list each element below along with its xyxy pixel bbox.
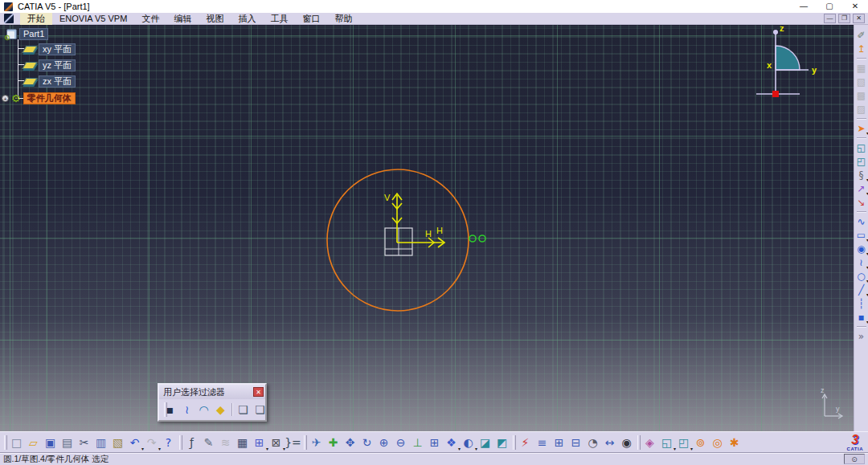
toolbar-grip[interactable]	[510, 434, 517, 451]
measure-icon[interactable]: ↔	[601, 434, 618, 451]
insert-body-icon[interactable]: ▦	[854, 61, 868, 75]
maximize-button[interactable]: ▢	[817, 0, 842, 13]
menu-item-help[interactable]: 帮助	[327, 13, 359, 25]
minimize-button[interactable]: —	[791, 0, 817, 13]
point-filter-icon[interactable]: ▪	[162, 402, 178, 418]
part-document-icon[interactable]	[6, 29, 17, 39]
feature-selection-filter-icon[interactable]: ❏	[235, 402, 252, 418]
origin-square[interactable]	[385, 228, 412, 255]
yz-plane-icon[interactable]	[22, 62, 37, 69]
sketcher-workbench-icon[interactable]: ✐	[854, 28, 868, 42]
zx-plane-icon[interactable]	[22, 78, 37, 85]
sketch-analysis-icon[interactable]: ◰▾	[675, 434, 692, 451]
shading-style-icon[interactable]: ◐▾	[460, 434, 477, 451]
cut-icon[interactable]: ✂	[76, 434, 92, 451]
toolbar-grip[interactable]	[301, 434, 308, 451]
close-surface-icon[interactable]: ▨	[854, 102, 868, 116]
equivalent-dimensions-icon[interactable]: }=	[285, 434, 301, 451]
toolbar-grip[interactable]	[177, 434, 183, 451]
circle-handle-1[interactable]	[469, 235, 476, 242]
project-3d-elements-icon[interactable]: ↗▾	[854, 182, 868, 195]
pan-icon[interactable]: ✥	[342, 434, 358, 451]
animate-constraint-icon[interactable]: ◎	[709, 434, 726, 451]
axis-line-icon[interactable]: ┆	[854, 296, 868, 310]
fly-mode-icon[interactable]: ✈	[308, 434, 325, 451]
spline-icon[interactable]: ≀▾	[854, 255, 868, 269]
palette-close-button[interactable]: ✕	[253, 387, 264, 397]
save-icon[interactable]: ▣	[42, 434, 59, 451]
select-arrow-icon[interactable]: ➤▾	[854, 121, 868, 135]
palette-title-bar[interactable]: 用户选择过滤器 ✕	[159, 385, 265, 399]
tree-node-zx-plane[interactable]: zx 平面	[39, 75, 76, 88]
circle-handle-2[interactable]	[479, 235, 485, 242]
undo-icon[interactable]: ↶▾	[126, 434, 143, 451]
lowlight-3d-icon[interactable]: ◰	[854, 154, 868, 168]
swap-visible-space-icon[interactable]: ◩	[493, 434, 510, 451]
tree-expander-icon[interactable]: +	[2, 95, 9, 102]
fit-all-in-icon[interactable]: ✚	[325, 434, 342, 451]
xy-plane-icon[interactable]	[22, 46, 37, 53]
zoom-out-icon[interactable]: ⊖	[392, 434, 409, 451]
open-folder-icon[interactable]: ▱	[25, 434, 42, 451]
menu-item-insert[interactable]: 插入	[231, 13, 263, 25]
help-icon[interactable]: ?	[160, 434, 177, 451]
isometric-view-icon[interactable]: ❖▾	[443, 434, 460, 451]
tree-node-part1[interactable]: Part1	[19, 28, 48, 40]
auto-constraint-icon[interactable]: ✱	[726, 434, 743, 451]
new-file-icon[interactable]: □	[8, 434, 25, 451]
tree-node-xy-plane[interactable]: xy 平面	[39, 43, 76, 55]
catalog-browser-icon[interactable]: ◈	[641, 434, 658, 451]
hide-show-icon[interactable]: ◪	[477, 434, 493, 451]
geometric-constraint-icon[interactable]: ⊚	[692, 434, 709, 451]
mdi-close-button[interactable]: ✕	[853, 14, 865, 23]
knowledge-inspector-icon[interactable]: ⚡	[517, 434, 534, 451]
view-compass[interactable]	[756, 30, 809, 97]
sew-surface-icon[interactable]: ▩	[854, 88, 868, 102]
normal-view-icon[interactable]: ⊥	[409, 434, 426, 451]
calculator-icon[interactable]: ▦	[234, 434, 251, 451]
volume-filter-icon[interactable]: ◆	[212, 402, 229, 418]
expand-first-level-icon[interactable]: ⊞	[551, 434, 567, 451]
menu-item-edit[interactable]: 编辑	[166, 13, 199, 25]
menu-item-tools[interactable]: 工具	[263, 13, 295, 25]
lock-icon[interactable]: ⊠▾	[268, 434, 285, 451]
geometry-selection-filter-icon[interactable]: ❏	[252, 402, 268, 418]
knowledge-url-icon[interactable]: ≋	[217, 434, 234, 451]
menu-item-enovia[interactable]: ENOVIA V5 VPM	[52, 13, 134, 25]
comment-icon[interactable]: ✎	[200, 434, 217, 451]
rotate-icon[interactable]: ↻	[358, 434, 375, 451]
tree-node-part-body[interactable]: 零件几何体	[23, 92, 76, 104]
zoom-in-icon[interactable]: ⊕	[375, 434, 392, 451]
line-icon[interactable]: ╱▾	[854, 283, 868, 296]
sketch-circle[interactable]	[327, 169, 469, 311]
ellipse-icon[interactable]: ○▾	[854, 269, 868, 283]
sketch-solving-status-icon[interactable]: ◱▾	[658, 434, 675, 451]
mdi-restore-button[interactable]: ❐	[838, 14, 850, 23]
menu-item-view[interactable]: 视图	[199, 13, 231, 25]
sketch-v-axis[interactable]	[392, 194, 402, 243]
mdi-minimize-button[interactable]: —	[824, 14, 836, 23]
rectangle-icon[interactable]: ▭▾	[854, 228, 868, 242]
point-icon[interactable]: ▪▾	[854, 310, 868, 324]
print-icon[interactable]: ▤	[59, 434, 76, 451]
toolbar-grip[interactable]	[2, 434, 8, 451]
multi-view-icon[interactable]: ⊞	[426, 434, 443, 451]
surface-filter-icon[interactable]: ◠	[195, 402, 212, 418]
tree-node-yz-plane[interactable]: yz 平面	[39, 59, 76, 71]
project-3d-silhouette-icon[interactable]: ↘	[854, 195, 868, 209]
exit-workbench-icon[interactable]: ↥	[854, 42, 868, 55]
sketch-h-axis[interactable]	[397, 238, 444, 247]
boolean-operation-icon[interactable]: ▧	[854, 75, 868, 88]
3d-viewport[interactable]: H H V z x y	[0, 25, 854, 431]
redo-icon[interactable]: ↷▾	[143, 434, 160, 451]
paste-icon[interactable]: ▧	[109, 434, 126, 451]
circle-icon[interactable]: ◉▾	[854, 242, 868, 255]
menu-item-file[interactable]: 文件	[134, 13, 166, 25]
part-body-icon[interactable]: ⚙	[11, 93, 21, 104]
menu-item-window[interactable]: 窗口	[295, 13, 327, 25]
design-table-icon[interactable]: ⊞▾	[251, 434, 268, 451]
more-tools-chevron-icon[interactable]: »	[854, 329, 868, 343]
toolbar-grip[interactable]	[635, 434, 641, 451]
attach-2d3d-icon[interactable]: §▾	[854, 168, 868, 182]
close-button[interactable]: ✕	[842, 0, 868, 13]
